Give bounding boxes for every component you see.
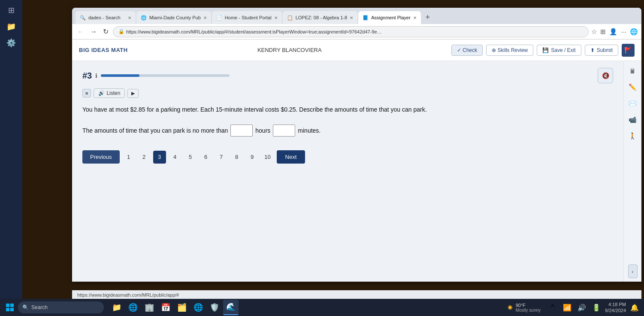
date-display: 9/24/2024 [605, 307, 626, 313]
mute-container: 🔇 [598, 68, 613, 83]
url-box[interactable]: 🔒 https://www.bigideasmath.com/MRL/publi… [113, 26, 589, 37]
page-9[interactable]: 9 [246, 151, 259, 164]
skills-review-button[interactable]: ⊕ Skills Review [486, 45, 533, 56]
previous-button[interactable]: Previous [82, 150, 120, 164]
taskbar-battery[interactable]: 🔋 [590, 301, 602, 313]
listen-bar: ≡ 🔊 Listen ▶ [82, 88, 613, 98]
taskbar-app-edge[interactable]: 🌊 [223, 300, 239, 315]
hours-label: hours [255, 125, 270, 136]
next-button[interactable]: Next [277, 150, 305, 164]
taskbar-app-5[interactable]: 🗂️ [174, 300, 190, 315]
taskbar-app-7[interactable]: 🛡️ [207, 300, 222, 315]
url-text: https://www.bigideasmath.com/MRL/public/… [126, 29, 384, 34]
calculator-side-icon[interactable]: 🖩 [626, 64, 639, 77]
tab-lopez[interactable]: 📋 LOPEZ: 08 - Algebra 1-8 ✕ [283, 11, 357, 24]
minutes-input[interactable] [273, 125, 295, 137]
taskbar-app-4[interactable]: 📅 [158, 300, 173, 315]
question-header: #3 ℹ 🔇 [82, 68, 613, 83]
taskbar-chevron[interactable]: ^ [547, 301, 559, 313]
back-button[interactable]: ← [76, 26, 86, 37]
page-1[interactable]: 1 [122, 151, 135, 164]
search-icon: 🔍 [22, 304, 29, 310]
tab-close-1[interactable]: ✕ [128, 15, 131, 20]
tab-title-3: Home - Student Portal [225, 15, 272, 20]
question-text: You have at most $2.85 for a parking met… [82, 105, 613, 114]
edge-icon[interactable]: 🌐 [630, 28, 638, 36]
page-2[interactable]: 2 [138, 151, 151, 164]
tab-assignment[interactable]: 📘 Assignment Player ✕ [358, 11, 421, 24]
progress-bar-container [101, 74, 230, 77]
email-side-icon[interactable]: ✉️ [626, 97, 639, 110]
play-icon: ▶ [131, 91, 135, 96]
tab-close-5[interactable]: ✕ [413, 15, 417, 20]
page-10[interactable]: 10 [261, 151, 274, 164]
taskbar-network[interactable]: 📶 [561, 301, 573, 313]
forward-button[interactable]: → [88, 26, 99, 37]
flag-button[interactable]: 🚩 [622, 44, 635, 57]
taskbar-search[interactable]: 🔍 Search [18, 301, 104, 313]
win-icon-3[interactable]: ⚙️ [3, 35, 20, 51]
submit-button[interactable]: ⬆ Submit [585, 45, 618, 56]
tab-miami[interactable]: 🌐 Miami-Dade County Pub ✕ [136, 11, 211, 24]
refresh-button[interactable]: ↻ [101, 26, 110, 37]
svg-rect-2 [6, 308, 9, 311]
video-side-icon[interactable]: 📹 [626, 113, 639, 126]
tab-title-1: dades - Search [88, 15, 121, 20]
taskbar-volume[interactable]: 🔊 [576, 301, 588, 313]
taskbar-notification[interactable]: 🔔 [629, 301, 641, 313]
tab-title-5: Assignment Player [371, 15, 411, 20]
page-5[interactable]: 5 [184, 151, 197, 164]
svg-rect-0 [6, 304, 9, 307]
navigation: Previous 1 2 3 4 5 6 7 8 9 10 Next [82, 150, 613, 164]
page-7[interactable]: 7 [215, 151, 228, 164]
more-icon[interactable]: ··· [621, 28, 626, 35]
page-3[interactable]: 3 [153, 151, 166, 164]
pen-side-icon[interactable]: ✏️ [626, 81, 639, 94]
tab-title-2: Miami-Dade County Pub [149, 15, 201, 20]
taskbar-app-6[interactable]: 🌐 [190, 300, 206, 315]
app-logo: BIG IDEAS MATH [79, 47, 128, 53]
save-exit-button[interactable]: 💾 Save / Exit [537, 45, 581, 56]
taskbar-app-1[interactable]: 📁 [109, 300, 124, 315]
play-button[interactable]: ▶ [127, 89, 139, 98]
taskbar-time: 4:18 PM 9/24/2024 [605, 301, 626, 314]
tab-close-4[interactable]: ✕ [350, 15, 353, 20]
collapse-arrow[interactable]: ‹ [628, 264, 638, 278]
extensions-icon[interactable]: ⊞ [600, 28, 606, 36]
page-8[interactable]: 8 [230, 151, 243, 164]
windows-sidebar: ⊞ 📁 ⚙️ [0, 0, 22, 299]
new-tab-button[interactable]: + [422, 11, 434, 23]
profile-icon[interactable]: 👤 [609, 28, 617, 36]
tab-home[interactable]: 📄 Home - Student Portal ✕ [212, 11, 282, 24]
browser-icons: ☆ ⊞ 👤 ··· 🌐 [591, 28, 638, 36]
text-icon[interactable]: ≡ [82, 89, 91, 97]
tab-close-2[interactable]: ✕ [203, 15, 207, 20]
lock-icon: 🔒 [118, 29, 124, 34]
win-icon-1[interactable]: ⊞ [3, 3, 20, 18]
speaker-icon: 🔊 [98, 90, 105, 96]
taskbar: 🔍 Search 📁 🌐 🏢 📅 🗂️ 🌐 🛡️ 🌊 ☀️ 90°F Mostl… [0, 299, 644, 316]
mute-button[interactable]: 🔇 [598, 68, 613, 83]
win-icon-2[interactable]: 📁 [3, 19, 20, 34]
start-button[interactable] [3, 301, 16, 314]
hours-input[interactable] [230, 125, 253, 137]
star-icon[interactable]: ☆ [591, 28, 597, 36]
app-header: BIG IDEAS MATH KENDRY BLANCOVIERA ✓ Chec… [72, 40, 641, 61]
weather-widget: ☀️ 90°F Mostly sunny [504, 303, 544, 313]
svg-rect-1 [10, 304, 14, 307]
page-4[interactable]: 4 [169, 151, 181, 164]
weather-info: 90°F Mostly sunny [516, 303, 541, 313]
taskbar-app-2[interactable]: 🌐 [125, 300, 141, 315]
tab-dades[interactable]: 🔍 dades - Search ✕ [76, 11, 136, 24]
info-icon[interactable]: ℹ [95, 73, 97, 79]
tab-close-3[interactable]: ✕ [274, 15, 278, 20]
side-panel: 🖩 ✏️ ✉️ 📹 🚶 ‹ [623, 61, 641, 282]
time-display: 4:18 PM [605, 301, 626, 307]
check-button[interactable]: ✓ Check [451, 45, 483, 56]
page-6[interactable]: 6 [200, 151, 212, 164]
taskbar-app-3[interactable]: 🏢 [142, 300, 157, 315]
person-side-icon[interactable]: 🚶 [626, 130, 639, 143]
listen-button[interactable]: 🔊 Listen [94, 88, 125, 98]
header-actions: ✓ Check ⊕ Skills Review 💾 Save / Exit ⬆ … [451, 44, 635, 57]
progress-bar-fill [101, 74, 139, 77]
